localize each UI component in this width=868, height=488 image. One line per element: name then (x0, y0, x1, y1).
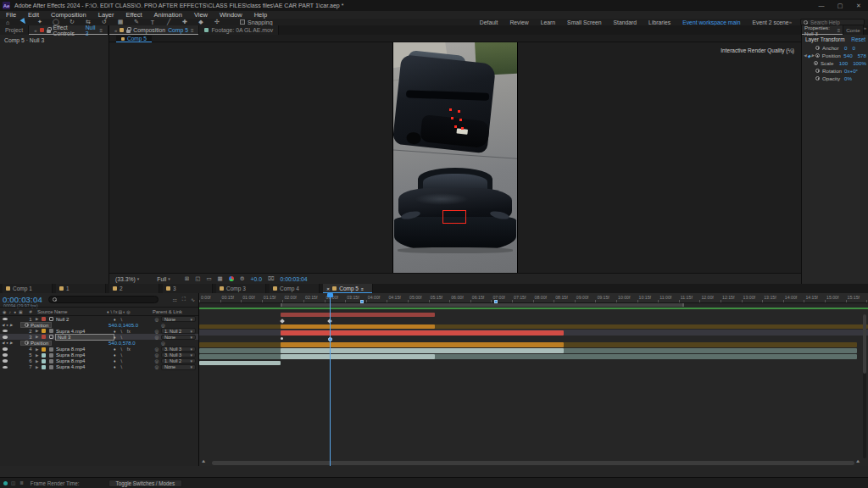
layer-duration-bar[interactable] (281, 342, 564, 347)
draft-3d-icon[interactable]: ⛶ (182, 297, 186, 302)
viewer-timecode[interactable]: 0:00:03:04 (280, 276, 307, 282)
timeline-tab-comp-5[interactable]: ✕Comp 5≡ (323, 284, 373, 293)
workspace-overflow-icon[interactable]: » (789, 19, 792, 25)
column-parent-link[interactable]: Parent & Link (151, 309, 198, 314)
property-value[interactable]: 100 (839, 60, 848, 66)
pickwhip-icon[interactable]: ◎ (153, 364, 161, 369)
layer-name[interactable]: Supra 4.mp4 (56, 364, 114, 369)
selection-tool-icon[interactable] (19, 19, 28, 25)
tab-effect-controls[interactable]: « Effect Controls Null 3 ≡ (29, 25, 108, 35)
prev-keyframe-icon[interactable]: ◀ (2, 323, 4, 327)
exposure-gear-icon[interactable]: ⚙ (240, 275, 245, 282)
pickwhip-icon[interactable]: ◎ (161, 323, 165, 328)
property-value[interactable]: 0 (852, 45, 854, 51)
parent-dropdown[interactable]: 3. Null 3▾ (161, 352, 196, 358)
quality-icon[interactable]: ♦ (114, 352, 116, 358)
layer-name[interactable]: Supra 4.mp4 (56, 329, 114, 334)
region-of-interest-icon[interactable]: ▭ (206, 275, 211, 282)
workspace-default[interactable]: Default (480, 19, 498, 25)
timeline-tab-2[interactable]: 2 (109, 284, 159, 293)
quality-icon[interactable]: ♦ (114, 358, 116, 363)
eye-icon[interactable] (3, 366, 8, 369)
property-value[interactable]: 540.0,578.0 (108, 341, 136, 346)
expand-arrow-icon[interactable]: ▶ (36, 365, 42, 369)
layer-duration-bar[interactable] (281, 348, 564, 353)
keyframe-marker[interactable] (280, 319, 285, 324)
info-icon[interactable]: ≣ (19, 480, 24, 485)
roto-brush-tool-icon[interactable]: ◆ (197, 19, 205, 25)
keyframe-dot[interactable]: ● (6, 323, 8, 327)
keyframe-navigator[interactable]: ◀●▶ (2, 341, 13, 345)
home-tool-icon[interactable]: ⌂ (3, 19, 12, 25)
quality-icon[interactable]: ♦ (114, 364, 116, 369)
zoom-out-mountain-icon[interactable]: ⛰ (202, 458, 205, 464)
timeline-tab-comp-1[interactable]: Comp 1 (3, 284, 53, 293)
next-keyframe-icon[interactable]: ▶ (10, 323, 13, 327)
property-value[interactable]: 540 (843, 53, 852, 58)
layer-duration-bar[interactable] (199, 361, 281, 366)
rotation-tool-icon[interactable]: ↺ (100, 19, 108, 25)
expand-arrow-icon[interactable]: ▶ (36, 317, 42, 321)
workspace-review[interactable]: Review (509, 19, 528, 25)
frame-blend-icon[interactable]: ∖ (120, 329, 123, 334)
clone-stamp-tool-icon[interactable]: ✚ (181, 19, 189, 25)
mask-visibility-icon[interactable]: ◱ (195, 275, 200, 282)
menu-animation[interactable]: Animation (148, 11, 188, 19)
layer-name[interactable]: Null 2 (56, 317, 114, 322)
eye-icon[interactable] (3, 353, 8, 357)
chevron-left-icon[interactable]: « (34, 28, 36, 33)
type-tool-icon[interactable]: T (148, 19, 157, 25)
stopwatch-icon[interactable] (815, 53, 820, 58)
fx-icon[interactable]: fx (127, 329, 131, 334)
property-value[interactable]: 0% (844, 75, 852, 81)
workspace-standard[interactable]: Standard (614, 19, 637, 25)
puppet-pin-tool-icon[interactable]: ✣ (213, 19, 221, 25)
pickwhip-icon[interactable]: ◎ (153, 347, 161, 352)
menu-help[interactable]: Help (248, 11, 273, 19)
pickwhip-icon[interactable]: ◎ (153, 352, 161, 358)
property-value[interactable]: 0 (844, 45, 847, 51)
parent-dropdown[interactable]: 1. Null 2▾ (161, 328, 196, 334)
tab-properties[interactable]: Properties: Null 3 ≡ (802, 25, 843, 35)
vertical-scrollbar[interactable] (863, 314, 866, 458)
menu-edit[interactable]: Edit (22, 11, 45, 19)
property-value[interactable]: 100% (853, 60, 866, 66)
eye-icon[interactable] (3, 330, 8, 333)
close-tab-icon[interactable]: ✕ (326, 286, 330, 291)
pickwhip-icon[interactable]: ◎ (153, 317, 161, 322)
fx-icon[interactable]: fx (127, 347, 131, 352)
next-keyframe-icon[interactable]: ▶ (811, 53, 814, 58)
parent-dropdown[interactable]: 3. Null 3▾ (161, 347, 196, 352)
pen-tool-icon[interactable]: ✎ (132, 19, 141, 25)
timeline-tab-comp-3[interactable]: Comp 3 (216, 284, 266, 293)
menu-effect[interactable]: Effect (120, 11, 147, 19)
snapping-toggle[interactable]: Snapping (240, 19, 273, 25)
eye-icon[interactable] (3, 359, 8, 363)
menu-window[interactable]: Window (214, 11, 248, 19)
timeline-tab-1[interactable]: 1 (56, 284, 106, 293)
mask-shape-tool-icon[interactable]: ▦ (116, 19, 125, 25)
timeline-tab-3[interactable]: 3 (163, 284, 213, 293)
keyframe-icon[interactable]: ◆ (807, 53, 810, 58)
grid-guides-icon[interactable]: ⊞ (185, 275, 189, 282)
panel-menu-icon[interactable]: ≡ (191, 28, 194, 33)
keyframe-navigator[interactable]: ◀◆▶ (804, 53, 815, 58)
label-color-swatch[interactable] (42, 329, 49, 333)
quality-icon[interactable]: ♦ (114, 329, 116, 334)
parent-dropdown[interactable]: None▾ (161, 335, 196, 341)
eye-icon[interactable] (3, 318, 8, 321)
layer-duration-bar[interactable] (281, 324, 435, 330)
stopwatch-icon[interactable] (815, 69, 820, 73)
motion-tracker-marks[interactable] (449, 108, 468, 130)
layer-name[interactable]: Supra 8.mp4 (56, 347, 114, 352)
menu-file[interactable]: File (0, 11, 22, 19)
stopwatch-icon[interactable] (25, 341, 29, 345)
label-color-swatch[interactable] (42, 353, 49, 358)
panel-menu-icon[interactable]: ≡ (837, 28, 841, 33)
playhead-handle[interactable] (327, 293, 333, 297)
frame-blend-icon[interactable]: ∖ (120, 358, 123, 363)
menu-layer[interactable]: Layer (92, 11, 120, 19)
parent-dropdown[interactable]: None▾ (161, 364, 196, 370)
eye-icon[interactable] (3, 347, 8, 351)
stopwatch-icon[interactable] (815, 76, 820, 80)
